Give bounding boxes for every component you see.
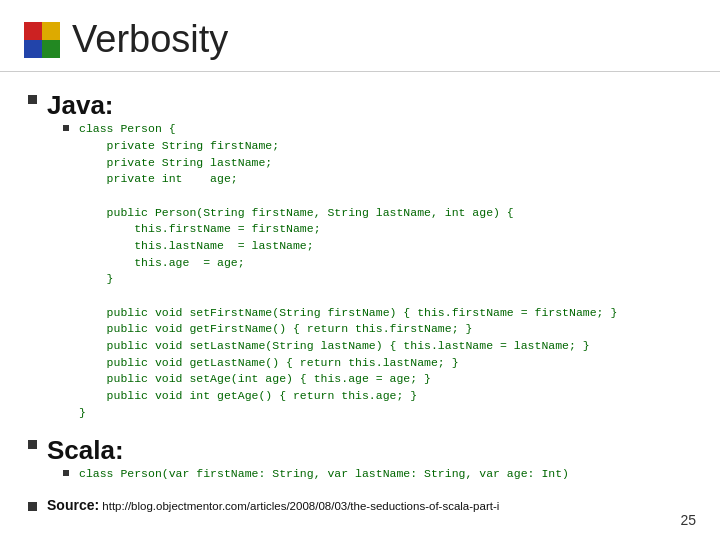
bullet-java: [28, 95, 37, 104]
slide: Verbosity Java: class Person { private S…: [0, 0, 720, 540]
slide-title: Verbosity: [72, 18, 228, 61]
slide-content: Java: class Person { private String firs…: [0, 72, 720, 525]
source-label: Source:: [47, 497, 99, 513]
scala-section: Scala: class Person(var firstName: Strin…: [47, 435, 569, 487]
page-number: 25: [680, 512, 696, 528]
java-section: Java: class Person { private String firs…: [47, 90, 617, 425]
logo: [24, 22, 60, 58]
java-code: class Person { private String firstName;…: [79, 121, 617, 421]
bullet-scala: [28, 440, 37, 449]
java-sub-list: class Person { private String firstName;…: [63, 121, 617, 421]
logo-green: [42, 40, 60, 58]
logo-blue: [24, 40, 42, 58]
scala-item: Scala: class Person(var firstName: Strin…: [28, 435, 692, 487]
source-text: Source: http://blog.objectmentor.com/art…: [47, 497, 499, 513]
scala-label: Scala:: [47, 435, 124, 465]
bullet-source: [28, 502, 37, 511]
bullet-java-code: [63, 125, 69, 131]
bullet-scala-code: [63, 470, 69, 476]
java-code-item: class Person { private String firstName;…: [63, 121, 617, 421]
slide-header: Verbosity: [0, 0, 720, 72]
java-label: Java:: [47, 90, 114, 120]
scala-code: class Person(var firstName: String, var …: [79, 466, 569, 483]
main-list: Java: class Person { private String firs…: [28, 90, 692, 487]
java-item: Java: class Person { private String firs…: [28, 90, 692, 425]
scala-code-item: class Person(var firstName: String, var …: [63, 466, 569, 483]
logo-yellow: [42, 22, 60, 40]
source-url: http://blog.objectmentor.com/articles/20…: [102, 500, 499, 512]
scala-sub-list: class Person(var firstName: String, var …: [63, 466, 569, 483]
logo-red: [24, 22, 42, 40]
source-line: Source: http://blog.objectmentor.com/art…: [28, 497, 692, 513]
